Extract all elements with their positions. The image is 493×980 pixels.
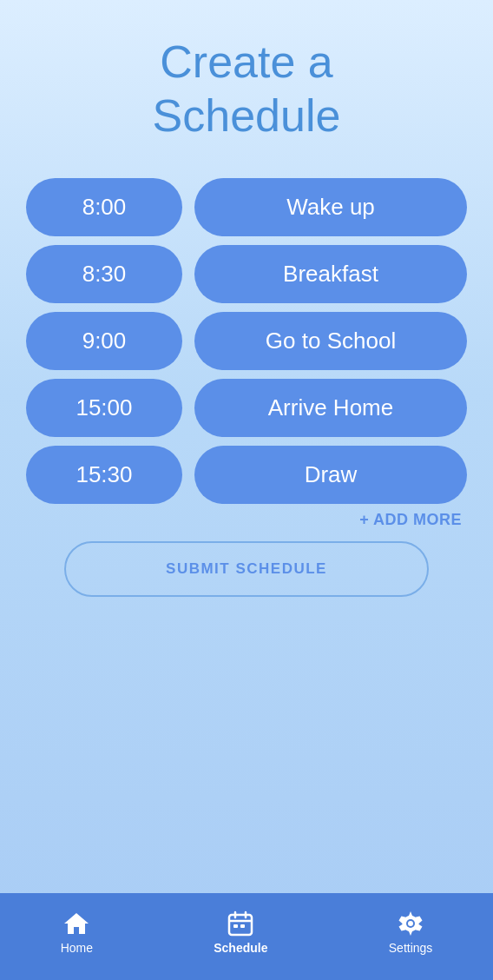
settings-icon <box>397 910 424 937</box>
activity-btn-1[interactable]: Breakfast <box>194 245 467 303</box>
tab-schedule-label: Schedule <box>214 941 267 955</box>
page-title: Create a Schedule <box>153 35 341 143</box>
svg-point-8 <box>408 921 413 926</box>
calendar-icon <box>227 910 254 937</box>
schedule-row: 8:30 Breakfast <box>26 245 467 303</box>
tab-home[interactable]: Home <box>61 910 93 955</box>
tab-home-label: Home <box>61 941 93 955</box>
time-btn-4[interactable]: 15:30 <box>26 446 182 504</box>
time-btn-0[interactable]: 8:00 <box>26 178 182 236</box>
activity-btn-0[interactable]: Wake up <box>194 178 467 236</box>
schedule-list: 8:00 Wake up 8:30 Breakfast 9:00 Go to S… <box>26 178 467 504</box>
svg-rect-5 <box>240 924 245 928</box>
time-btn-3[interactable]: 15:00 <box>26 379 182 437</box>
tab-schedule[interactable]: Schedule <box>214 910 267 955</box>
time-btn-2[interactable]: 9:00 <box>26 312 182 370</box>
activity-btn-3[interactable]: Arrive Home <box>194 379 467 437</box>
home-icon <box>62 910 90 937</box>
svg-rect-0 <box>229 915 252 935</box>
schedule-row: 8:00 Wake up <box>26 178 467 236</box>
time-btn-1[interactable]: 8:30 <box>26 245 182 303</box>
schedule-row: 15:30 Draw <box>26 446 467 504</box>
main-content: Create a Schedule 8:00 Wake up 8:30 Brea… <box>0 0 493 893</box>
submit-schedule-button[interactable]: SUBMIT SCHEDULE <box>64 541 429 597</box>
schedule-row: 15:00 Arrive Home <box>26 379 467 437</box>
add-more-button[interactable]: + ADD MORE <box>359 511 462 529</box>
activity-btn-2[interactable]: Go to School <box>194 312 467 370</box>
tab-bar: Home Schedule Settings <box>0 893 493 980</box>
schedule-row: 9:00 Go to School <box>26 312 467 370</box>
svg-rect-4 <box>233 924 238 928</box>
tab-settings-label: Settings <box>389 941 433 955</box>
tab-settings[interactable]: Settings <box>389 910 433 955</box>
activity-btn-4[interactable]: Draw <box>194 446 467 504</box>
